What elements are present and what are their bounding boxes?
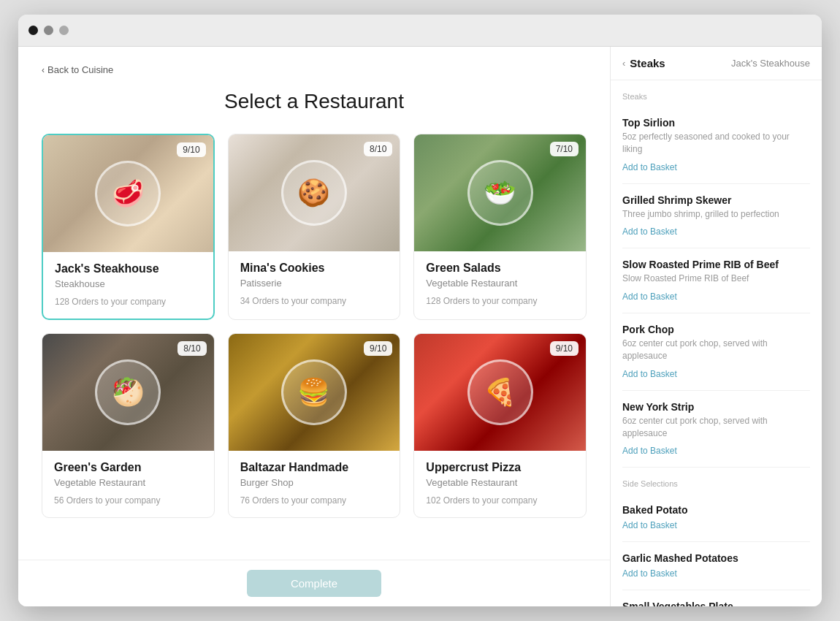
menu-item-description: Slow Roasted Prime RIB of Beef xyxy=(622,273,810,285)
rating-badge: 8/10 xyxy=(177,341,206,356)
right-panel-header: ‹ Steaks Jack's Steakhouse xyxy=(611,47,822,80)
card-info: Mina's Cookies Patisserie 34 Orders to y… xyxy=(229,251,400,318)
menu-item-name: Garlic Mashed Potatoes xyxy=(622,552,810,564)
card-info: Green Salads Vegetable Restaurant 128 Or… xyxy=(414,251,586,318)
back-to-cuisine-link[interactable]: ‹ Back to Cuisine xyxy=(42,64,587,75)
restaurant-name: Jack's Steakhouse xyxy=(55,262,202,275)
food-emoji: 🍔 xyxy=(281,359,347,425)
card-info: Uppercrust Pizza Vegetable Restaurant 10… xyxy=(414,451,586,517)
add-to-basket-button[interactable]: Add to Basket xyxy=(622,446,677,456)
menu-section-label: Side Selections xyxy=(622,479,810,488)
right-panel: ‹ Steaks Jack's Steakhouse Steaks Top Si… xyxy=(610,47,822,606)
app-body: ‹ Back to Cuisine Select a Restaurant 🥩 … xyxy=(18,47,822,606)
titlebar xyxy=(18,15,822,47)
menu-item-description: 6oz center cut pork chop, served with ap… xyxy=(622,415,810,440)
menu-item-name: Baked Potato xyxy=(622,504,810,516)
rating-badge: 9/10 xyxy=(177,142,205,157)
menu-item-name: Pork Chop xyxy=(622,324,810,335)
restaurant-type: Vegetable Restaurant xyxy=(426,477,574,488)
restaurant-orders: 56 Orders to your company xyxy=(54,495,202,506)
card-image-wrapper: 🍪 8/10 xyxy=(229,134,400,251)
menu-item: Baked Potato Add to Basket xyxy=(622,494,810,542)
add-to-basket-button[interactable]: Add to Basket xyxy=(622,568,677,579)
restaurant-grid: 🥩 9/10 Jack's Steakhouse Steakhouse 128 … xyxy=(42,134,587,518)
food-emoji: 🥙 xyxy=(95,359,161,425)
restaurant-card[interactable]: 🥗 7/10 Green Salads Vegetable Restaurant… xyxy=(413,134,587,320)
add-to-basket-button[interactable]: Add to Basket xyxy=(622,369,677,379)
rating-badge: 8/10 xyxy=(364,142,392,156)
menu-item: Pork Chop 6oz center cut pork chop, serv… xyxy=(622,313,810,391)
menu-section-label: Steaks xyxy=(622,92,810,101)
right-back-chevron-icon[interactable]: ‹ xyxy=(622,58,625,69)
restaurant-type: Burger Shop xyxy=(240,477,389,488)
page-title: Select a Restaurant xyxy=(42,90,587,113)
maximize-button[interactable] xyxy=(59,26,69,35)
right-panel-scroll[interactable]: Steaks Top Sirlion 5oz perfectly seasone… xyxy=(611,80,822,606)
add-to-basket-button[interactable]: Add to Basket xyxy=(622,292,677,302)
food-emoji: 🍕 xyxy=(467,359,533,425)
card-image-wrapper: 🍕 9/10 xyxy=(414,334,586,451)
menu-item: Garlic Mashed Potatoes Add to Basket xyxy=(622,542,810,590)
card-image-wrapper: 🍔 9/10 xyxy=(229,334,400,451)
restaurant-type: Vegetable Restaurant xyxy=(54,477,202,488)
rating-badge: 9/10 xyxy=(550,341,579,356)
menu-item-name: Small Vegetables Plate xyxy=(622,601,810,606)
menu-item-name: Grilled Shrimp Skewer xyxy=(622,194,810,206)
card-info: Baltazar Handmade Burger Shop 76 Orders … xyxy=(229,451,400,517)
restaurant-card[interactable]: 🥩 9/10 Jack's Steakhouse Steakhouse 128 … xyxy=(42,134,215,320)
rating-badge: 9/10 xyxy=(364,341,392,356)
menu-item-description: Three jumbo shrimp, grilled to perfectio… xyxy=(622,208,810,221)
rating-badge: 7/10 xyxy=(550,142,579,156)
complete-button[interactable]: Complete xyxy=(247,570,381,597)
restaurant-type: Steakhouse xyxy=(55,278,202,289)
menu-item: Small Vegetables Plate Add to Basket xyxy=(622,590,810,606)
app-window: ‹ Back to Cuisine Select a Restaurant 🥩 … xyxy=(18,15,822,606)
right-panel-title: Steaks xyxy=(630,57,665,69)
minimize-button[interactable] xyxy=(44,26,53,35)
restaurant-orders: 128 Orders to your company xyxy=(426,296,574,306)
restaurant-orders: 76 Orders to your company xyxy=(240,495,389,506)
food-emoji: 🥩 xyxy=(95,161,161,226)
restaurant-type: Patisserie xyxy=(240,278,389,289)
main-content: ‹ Back to Cuisine Select a Restaurant 🥩 … xyxy=(18,47,610,606)
restaurant-type: Vegetable Restaurant xyxy=(426,278,574,289)
restaurant-card[interactable]: 🥙 8/10 Green's Garden Vegetable Restaura… xyxy=(42,333,215,518)
restaurant-card[interactable]: 🍔 9/10 Baltazar Handmade Burger Shop 76 … xyxy=(228,333,401,518)
food-emoji: 🥗 xyxy=(467,160,533,226)
restaurant-name: Uppercrust Pizza xyxy=(426,461,574,474)
back-link-label: Back to Cuisine xyxy=(47,64,113,75)
bottom-bar: Complete xyxy=(18,560,610,606)
menu-item: Top Sirlion 5oz perfectly seasoned and c… xyxy=(622,107,810,184)
card-info: Green's Garden Vegetable Restaurant 56 O… xyxy=(42,451,214,517)
menu-item-name: New York Strip xyxy=(622,401,810,413)
food-emoji: 🍪 xyxy=(281,160,347,226)
restaurant-card[interactable]: 🍕 9/10 Uppercrust Pizza Vegetable Restau… xyxy=(413,333,587,518)
restaurant-orders: 102 Orders to your company xyxy=(426,495,574,506)
right-panel-restaurant: Jack's Steakhouse xyxy=(731,58,810,69)
card-image-wrapper: 🥩 9/10 xyxy=(43,135,213,252)
restaurant-orders: 128 Orders to your company xyxy=(55,297,202,307)
restaurant-orders: 34 Orders to your company xyxy=(240,296,389,306)
menu-item-description: 5oz perfectly seasoned and cooked to you… xyxy=(622,131,810,156)
menu-item: Slow Roasted Prime RIB of Beef Slow Roas… xyxy=(622,248,810,313)
card-info: Jack's Steakhouse Steakhouse 128 Orders … xyxy=(43,252,213,319)
close-button[interactable] xyxy=(28,26,38,35)
back-chevron-icon: ‹ xyxy=(42,65,45,75)
add-to-basket-button[interactable]: Add to Basket xyxy=(622,162,677,172)
menu-item-name: Top Sirlion xyxy=(622,117,810,129)
main-panel: ‹ Back to Cuisine Select a Restaurant 🥩 … xyxy=(18,47,610,606)
menu-item: New York Strip 6oz center cut pork chop,… xyxy=(622,391,810,468)
restaurant-name: Green Salads xyxy=(426,262,574,275)
right-header-left: ‹ Steaks xyxy=(622,57,665,69)
restaurant-name: Green's Garden xyxy=(54,461,202,474)
menu-item-name: Slow Roasted Prime RIB of Beef xyxy=(622,259,810,270)
restaurant-name: Mina's Cookies xyxy=(240,262,389,275)
card-image-wrapper: 🥗 7/10 xyxy=(414,134,586,251)
menu-item-description: 6oz center cut pork chop, served with ap… xyxy=(622,338,810,362)
add-to-basket-button[interactable]: Add to Basket xyxy=(622,520,677,530)
card-image-wrapper: 🥙 8/10 xyxy=(42,334,214,451)
add-to-basket-button[interactable]: Add to Basket xyxy=(622,226,677,237)
restaurant-name: Baltazar Handmade xyxy=(240,461,389,474)
restaurant-card[interactable]: 🍪 8/10 Mina's Cookies Patisserie 34 Orde… xyxy=(228,134,401,320)
menu-item: Grilled Shrimp Skewer Three jumbo shrimp… xyxy=(622,184,810,249)
